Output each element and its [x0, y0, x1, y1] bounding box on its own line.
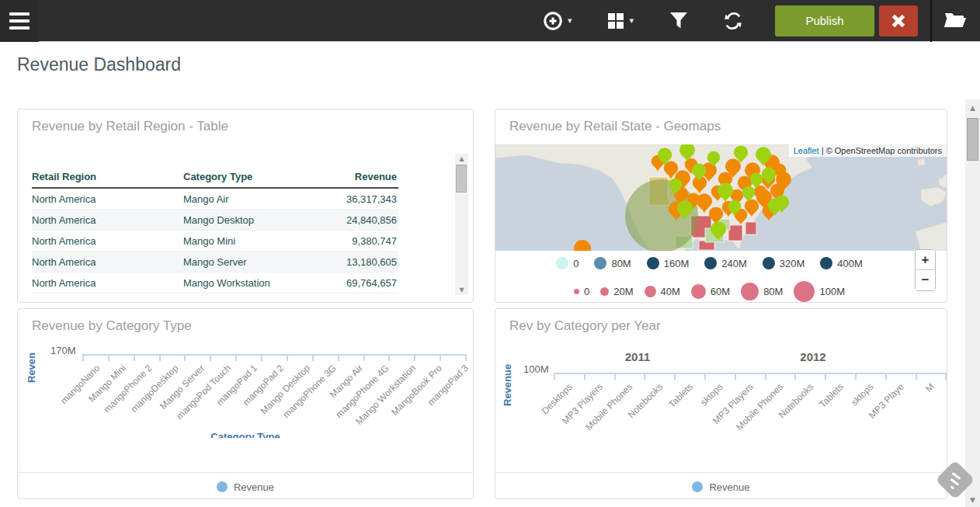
x-axis-tick	[674, 373, 676, 380]
legend-dot-icon	[692, 481, 703, 492]
topbar: ▾ ▾	[0, 0, 980, 42]
table-scrollbar-thumb[interactable]	[456, 165, 467, 193]
hamburger-icon	[9, 19, 30, 23]
map-zoom-control: + −	[915, 249, 936, 291]
table-cell: Mango Server	[183, 252, 319, 273]
x-axis-tick	[312, 354, 314, 361]
x-axis-tick	[885, 373, 887, 380]
table-cell: 36,317,343	[319, 189, 398, 210]
x-axis-tick	[465, 354, 467, 361]
x-axis-category-label-text: sktops	[849, 381, 875, 408]
legend-bubble-icon	[647, 257, 659, 269]
x-axis-tick	[108, 354, 109, 361]
chevron-down-icon: ▾	[568, 16, 572, 26]
x-axis-tick	[388, 354, 390, 361]
y-axis-label: Revenue	[502, 364, 513, 406]
legend-divider	[495, 472, 947, 473]
x-axis-tick	[614, 373, 616, 380]
publish-button[interactable]: Publish	[775, 5, 874, 36]
table-cell: Mango Desktop	[183, 210, 319, 231]
x-axis-tick	[287, 354, 288, 361]
legend-label: 60M	[711, 286, 730, 297]
x-axis-tick	[554, 373, 555, 380]
x-axis-tick	[210, 354, 211, 361]
app-root: ▾ ▾	[0, 0, 980, 507]
osm-attribution-text: | © OpenStreetMap contributors	[822, 146, 942, 155]
grid-layout-icon	[607, 12, 624, 30]
panel-title: Revenue by Retail Region - Table	[32, 119, 228, 134]
page-scrollbar[interactable]: ▲ ▼	[965, 99, 980, 507]
page-title: Revenue Dashboard	[17, 54, 181, 75]
legend-label: 320M	[780, 258, 805, 269]
scroll-down-arrow-icon[interactable]: ▼	[455, 286, 468, 293]
map-legend-item: 240M	[704, 257, 747, 269]
map-legend-item: 100M	[794, 281, 845, 302]
refresh-button[interactable]	[721, 9, 745, 33]
layout-button[interactable]: ▾	[604, 9, 637, 33]
zoom-out-button[interactable]: −	[916, 270, 935, 290]
x-axis-tick	[134, 354, 135, 361]
table-row: North AmericaMango Server13,180,605	[32, 252, 398, 273]
y-axis-tick-label: 170M	[50, 345, 76, 356]
add-widget-button[interactable]: ▾	[540, 8, 575, 34]
open-folder-button[interactable]	[943, 9, 968, 32]
chart-legend: Revenue	[495, 478, 947, 495]
panel-title: Rev by Category per Year	[509, 318, 661, 334]
legend-bubble-icon	[594, 257, 606, 269]
x-axis-tick	[825, 373, 826, 380]
legend-item[interactable]: Revenue	[692, 481, 749, 493]
legend-bubble-icon	[763, 257, 775, 269]
panel-geomap: Revenue by Retail State - Geomaps	[495, 109, 947, 303]
x-axis-line	[554, 373, 947, 374]
legend-bubble-icon	[794, 281, 815, 302]
map-legend-item: 80M	[741, 283, 783, 300]
table-cell: North America	[32, 273, 183, 293]
map-legend-item: 400M	[820, 257, 863, 269]
page-scrollbar-thumb[interactable]	[967, 118, 978, 161]
x-axis-tick	[584, 373, 586, 380]
column-header: Retail Region	[32, 168, 183, 187]
table-cell: 13,180,605	[319, 252, 398, 273]
topbar-icon-group: ▾ ▾	[540, 8, 775, 34]
map-attribution: Leaflet | © OpenStreetMap contributors	[789, 144, 947, 157]
legend-label: 240M	[721, 258, 747, 269]
panel-title: Revenue by Category Type	[32, 318, 192, 334]
scroll-down-arrow-icon[interactable]: ▼	[965, 496, 980, 504]
leaflet-link[interactable]: Leaflet	[794, 146, 819, 155]
table-cell: North America	[32, 189, 183, 210]
panel-rev-by-category-per-year: Rev by Category per Year Revenue 100M 20…	[495, 308, 947, 499]
refresh-sync-icon	[724, 12, 742, 30]
table-row: North AmericaMango Air36,317,343	[32, 189, 398, 210]
x-axis-tick	[440, 354, 441, 361]
leaflet-map[interactable]: Leaflet | © OpenStreetMap contributors	[495, 144, 947, 251]
x-axis-tick	[916, 373, 917, 380]
filter-button[interactable]	[666, 9, 691, 33]
legend-item[interactable]: Revenue	[217, 481, 274, 493]
legend-bubble-icon	[691, 284, 706, 299]
y-axis-label: Reven	[26, 352, 37, 383]
scroll-up-arrow-icon[interactable]: ▲	[965, 104, 980, 112]
table-row: North AmericaMango Mini9,380,747	[32, 231, 398, 252]
menu-button[interactable]	[0, 0, 39, 42]
scroll-up-arrow-icon[interactable]: ▲	[455, 155, 468, 162]
legend-label: Revenue	[234, 481, 274, 493]
map-legend-item: 40M	[645, 286, 680, 297]
close-x-icon	[890, 12, 907, 30]
legend-bubble-icon	[704, 257, 717, 269]
x-axis-tick	[159, 354, 161, 361]
group-label-2011: 2011	[625, 350, 651, 363]
topbar-divider	[930, 0, 932, 42]
legend-label: 400M	[837, 258, 863, 269]
x-axis-line	[82, 354, 465, 356]
map-legend-item: 0	[574, 286, 589, 297]
legend-bubble-icon	[600, 287, 609, 296]
x-axis-category-label-text: sktops	[698, 381, 725, 408]
table-cell: North America	[32, 252, 183, 273]
table-scrollbar[interactable]: ▲ ▼	[455, 154, 468, 295]
table-header-row: Retail Region Category Type Revenue	[32, 168, 398, 189]
legend-label: 80M	[763, 286, 783, 297]
chart-legend: Revenue	[18, 478, 473, 495]
map-legend-item: 20M	[600, 286, 633, 297]
close-dashboard-button[interactable]	[879, 5, 918, 36]
zoom-in-button[interactable]: +	[916, 250, 935, 270]
